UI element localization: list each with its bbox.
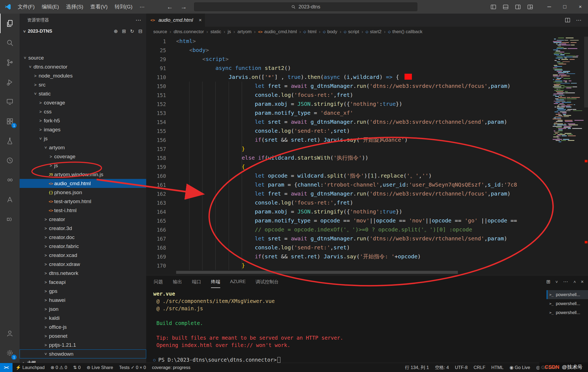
explorer-more-button[interactable]: ⋯ bbox=[136, 17, 141, 23]
tree-item-test-i.html[interactable]: <>test-i.html bbox=[20, 206, 146, 215]
ports[interactable]: ⇅ 0 bbox=[70, 363, 84, 372]
cursor-position[interactable]: 行 134, 列 1 bbox=[402, 363, 432, 372]
tree-item-source[interactable]: >source bbox=[20, 53, 146, 62]
live-share[interactable]: ⊚ Live Share bbox=[84, 363, 116, 372]
tree-item-coverage[interactable]: >coverage bbox=[20, 152, 146, 161]
run-debug-icon[interactable] bbox=[0, 72, 20, 92]
terminal-prompt-row[interactable]: ○ PS D:\2023-dtns\source\dtns.connector> bbox=[153, 356, 547, 363]
window-minimize-button[interactable]: ─ bbox=[541, 0, 557, 14]
tree-item-faceapi[interactable]: >faceapi bbox=[20, 278, 146, 287]
tree-item-posenet[interactable]: >posenet bbox=[20, 331, 146, 340]
tab-close-icon[interactable]: × bbox=[199, 17, 202, 23]
coverage[interactable]: coverage: progress bbox=[149, 363, 193, 372]
maximize-panel-icon[interactable]: > bbox=[572, 281, 577, 283]
azure-icon[interactable] bbox=[0, 190, 20, 209]
overview-ruler[interactable] bbox=[584, 37, 588, 275]
settings-icon[interactable]: 1 bbox=[0, 343, 20, 363]
breadcrumb-item[interactable]: static bbox=[210, 29, 221, 35]
breadcrumb-item[interactable]: ◇html bbox=[303, 29, 316, 35]
window-maximize-button[interactable]: □ bbox=[557, 0, 572, 14]
tree-item-js[interactable]: >js bbox=[20, 161, 146, 170]
tree-item-fork-h5[interactable]: >fork-h5 bbox=[20, 116, 146, 125]
panel-more-icon[interactable]: ⋯ bbox=[563, 279, 568, 285]
remote-explorer-icon[interactable] bbox=[0, 92, 20, 111]
breadcrumb-item[interactable]: artyom bbox=[237, 29, 252, 35]
testing-icon[interactable] bbox=[0, 131, 20, 151]
chevron-down-icon[interactable]: > bbox=[555, 281, 559, 283]
tree-item-creator.xcad[interactable]: >creator.xcad bbox=[20, 251, 146, 260]
tree-item-css[interactable]: >css bbox=[20, 107, 146, 116]
history-icon[interactable] bbox=[0, 151, 20, 170]
terminal-list-item[interactable]: >_powershell... bbox=[547, 299, 588, 308]
toggle-panel-icon[interactable] bbox=[503, 4, 509, 10]
menu-item[interactable]: 编辑(E) bbox=[38, 0, 62, 14]
new-file-button[interactable]: ⊕ bbox=[114, 28, 118, 34]
feedback-icon[interactable] bbox=[0, 209, 20, 229]
tree-item-phones.json[interactable]: {}phones.json bbox=[20, 188, 146, 197]
tree-item-creator[interactable]: >creator bbox=[20, 215, 146, 224]
nav-back-button[interactable]: ← bbox=[167, 3, 173, 11]
horizontal-scrollbar[interactable] bbox=[176, 271, 458, 274]
breadcrumb-item[interactable]: ◇start2 bbox=[366, 29, 382, 35]
code-editor[interactable]: 1<html>25 <body>29 <script>91 async func… bbox=[146, 37, 588, 275]
sidebar-section-大纲[interactable]: >大纲 bbox=[20, 358, 146, 363]
breadcrumb-item[interactable]: dtns.connector bbox=[174, 29, 204, 35]
tree-item-pptjs-1.21.1[interactable]: >pptjs-1.21.1 bbox=[20, 340, 146, 349]
terminal-output[interactable]: wer.vue @ ./src/components/item/XMsgView… bbox=[146, 288, 547, 363]
panel-tab-终端[interactable]: 终端 bbox=[211, 275, 220, 288]
menu-item[interactable]: 文件(F) bbox=[14, 0, 38, 14]
breadcrumb-item[interactable]: ◇then() callback bbox=[388, 29, 422, 35]
tree-item-audio_cmd.html[interactable]: <>audio_cmd.html bbox=[20, 179, 146, 188]
terminal-list-item[interactable]: >_powershell... bbox=[547, 290, 588, 299]
tree-item-office-js[interactable]: >office-js bbox=[20, 323, 146, 331]
workspace-section-header[interactable]: > 2023-DTNS ⊕ ⊞ ↻ ⊟ bbox=[20, 27, 146, 36]
tree-item-js[interactable]: >js bbox=[20, 134, 146, 143]
tree-item-showdown[interactable]: >showdown bbox=[20, 349, 146, 358]
menu-item[interactable]: 转到(G) bbox=[111, 0, 136, 14]
breadcrumb-item[interactable]: js bbox=[228, 29, 231, 35]
extensions-icon[interactable]: 1 bbox=[0, 111, 20, 131]
scrollbar-thumb[interactable] bbox=[584, 37, 588, 107]
breadcrumb-item[interactable]: ◇body bbox=[323, 29, 337, 35]
tree-item-dtns.connector[interactable]: >dtns.connector bbox=[20, 62, 146, 71]
toggle-sidebar-icon[interactable] bbox=[490, 4, 497, 10]
tree-item-creator.3d[interactable]: >creator.3d bbox=[20, 224, 146, 233]
go-live[interactable]: ◉ Go Live bbox=[507, 363, 533, 372]
breadcrumb-item[interactable]: ◇script bbox=[344, 29, 359, 35]
close-panel-icon[interactable]: × bbox=[581, 279, 584, 285]
source-control-icon[interactable] bbox=[0, 53, 20, 72]
minimap[interactable] bbox=[552, 37, 584, 271]
terminal-list-item[interactable]: >_powershell... bbox=[547, 308, 588, 317]
tree-item-test-artyom.html[interactable]: <>test-artyom.html bbox=[20, 197, 146, 206]
split-editor-icon[interactable] bbox=[565, 17, 571, 23]
nav-forward-button[interactable]: → bbox=[180, 3, 187, 11]
tree-item-src[interactable]: >src bbox=[20, 80, 146, 89]
tests[interactable]: Tests ✓ 0 × 0 bbox=[116, 363, 149, 372]
menu-item[interactable]: 选择(S) bbox=[63, 0, 87, 14]
editor-more-icon[interactable]: ⋯ bbox=[576, 17, 581, 23]
tree-item-json[interactable]: >json bbox=[20, 305, 146, 314]
tree-item-dtns.network[interactable]: >dtns.network bbox=[20, 269, 146, 278]
tree-item-kaldi[interactable]: >kaldi bbox=[20, 314, 146, 323]
command-center-search[interactable]: 2023-dtns bbox=[194, 2, 418, 12]
tree-item-creator.xdraw[interactable]: >creator.xdraw bbox=[20, 260, 146, 269]
customize-layout-icon[interactable] bbox=[527, 4, 533, 10]
tree-item-creator.fabric[interactable]: >creator.fabric bbox=[20, 242, 146, 251]
panel-tab-AZURE[interactable]: AZURE bbox=[230, 275, 246, 288]
menu-item[interactable]: 查看(V) bbox=[87, 0, 111, 14]
indentation[interactable]: 空格: 4 bbox=[432, 363, 452, 372]
tree-item-images[interactable]: >images bbox=[20, 125, 146, 134]
explorer-icon[interactable] bbox=[0, 14, 20, 33]
tab-audio-cmd-html[interactable]: <> audio_cmd.html × bbox=[146, 14, 205, 27]
panel-tab-调试控制台[interactable]: 调试控制台 bbox=[256, 275, 279, 288]
launchpad[interactable]: ⚡ Launchpad bbox=[13, 363, 48, 372]
terminal-profile-icon[interactable]: ⊞ bbox=[546, 279, 550, 285]
problems[interactable]: ⊗ 0 ⚠ 0 bbox=[48, 363, 70, 372]
tree-item-static[interactable]: >static bbox=[20, 89, 146, 98]
eol[interactable]: CRLF bbox=[471, 363, 488, 372]
encoding[interactable]: UTF-8 bbox=[452, 363, 471, 372]
panel-tab-问题[interactable]: 问题 bbox=[154, 275, 163, 288]
tree-item-coverage[interactable]: >coverage bbox=[20, 98, 146, 107]
tree-item-artyom.window.min.js[interactable]: JSartyom.window.min.js bbox=[20, 170, 146, 179]
new-folder-button[interactable]: ⊞ bbox=[122, 28, 126, 34]
